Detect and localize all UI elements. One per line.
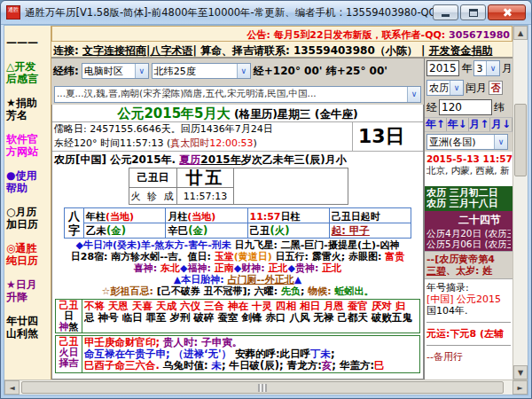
year-down-button[interactable]: 年↓ [447, 118, 469, 131]
bazi-year-column: 年柱(当地) 乙未(金) [84, 208, 166, 238]
fetal-god-line: ▲本日胎神: 占门厕--外正北▲ [52, 274, 423, 286]
leap-month-label: 闰月 [466, 81, 487, 96]
close-button[interactable] [488, 4, 526, 20]
lunar-year-line: 农历[中国] 公元2015年. 夏历2015年岁次乙未年三(辰)月小 [52, 152, 423, 167]
day-ganzhi: 己丑日 [129, 168, 177, 188]
year-label: 年 [461, 61, 472, 76]
vertical-scrollbar[interactable]: ▲ ▼ [512, 26, 528, 379]
scroll-down-icon[interactable]: ▼ [513, 365, 528, 379]
solar-term-line: 公历5月06日 (农历三 [426, 239, 511, 249]
sidebar-item-dev-notes[interactable]: △开发 后感言 [6, 60, 51, 85]
taisui-line: 三碧、太岁: 姓 [426, 265, 511, 277]
bazi-hour-column: 己丑日起时 起: 甲子 [330, 208, 411, 238]
bazi-month-column: 月柱(当地) 辛巳(金) [166, 208, 247, 238]
chong-sha-line: ◆牛日冲(癸未)羊-煞东方-害午-刑未 日九飞星: 二黑-巨门-摄提星(土)-凶… [52, 239, 423, 251]
era-select[interactable]: ...夏...汉,魏,晋,南朝(宋齐梁陈)隋唐,五代,宋元明清,民国,中国...… [54, 86, 421, 103]
scrollbar-grip-icon [258, 384, 267, 392]
gregorian-title-line: 公元2015年5月大 (格里历)星期三 (金牛座) [52, 105, 423, 121]
sidebar-item-official-site[interactable]: 软件官 方网站 [6, 133, 51, 158]
year-up-button[interactable]: 年↑ [425, 118, 447, 131]
star-mansion-line: 日28宿: 南方轸水蚓--吉。值日: 玉堂(黄道日) 日五行: 霹雷火; 赤眼图… [52, 251, 423, 262]
links-bar[interactable]: 连接: 文字连接招商|八字术语| 算命、择吉请联系: 13559403980（小… [51, 42, 512, 59]
minimize-icon [442, 14, 450, 17]
maximize-button[interactable] [460, 4, 486, 20]
sidebar-item-24-mountains[interactable]: 年廿四 山利煞 [6, 315, 51, 340]
huangdi-era-line: --[农历黄帝第4 [426, 254, 511, 265]
shensha-label: 己丑 日 神煞 [56, 300, 82, 332]
timezone-select[interactable]: 电脑时区 ∨ [82, 63, 149, 79]
longitude-label: 经 [426, 100, 437, 115]
window-content: ——— △开发 后感言 ★捐助 芳名 软件官 方网站 ●使用 帮助 ○月历 加日… [4, 25, 528, 395]
calendar-main-panel: 公元2015年5月大 (格里历)星期三 (金牛座) 儒略日: 2457155.6… [51, 105, 424, 379]
sidebar-item-donors[interactable]: ★捐助 芳名 [6, 97, 51, 121]
coordinates-toolbar: 经纬: 电脑时区 ∨ 北纬25度 ∨ 经+120° 00' 纬+25° 00' [51, 59, 424, 83]
longitude-input[interactable] [439, 99, 492, 115]
lunar-day-number: 廿五 [177, 168, 234, 188]
solar-term-line: 公历4月20日 (农历三 [426, 228, 511, 239]
era-extract-country-line: [中国] 公元2015 [426, 293, 511, 305]
chevron-down-icon: ∨ [494, 135, 507, 149]
shensha-table: 己丑 日 神煞 不将 天恩 天喜 天成 六仪 三合 神在 十灵 四相 相日 月恩… [55, 299, 420, 333]
day-info-table: 己丑日 廿五 火 轸 成 11:57:13 [129, 168, 348, 205]
pengzu-taboo-line: ☆彭祖百忌: [己不破券 丑不冠带]; 六曜: 先负; 物候: 蚯蚓出。 [52, 286, 423, 297]
era-extract-block: 年号摘录: [中国] 公元2015 国104年. 元运:下元8 (左辅 --备用… [425, 279, 512, 379]
true-solar-time-line: 东经120° 时间11:57:13 (真太阳时12:00:53) [54, 137, 352, 151]
month-up-button[interactable]: 月↑ [469, 118, 491, 131]
leap-month-value[interactable]: 否 [489, 81, 503, 95]
window-controls [433, 4, 526, 20]
sidebar-item-dashes[interactable]: ——— [6, 36, 51, 49]
horizontal-scrollbar[interactable]: ◄ ► [4, 379, 528, 395]
bazi-table: 八 字 年柱(当地) 乙未(金) 月柱(当地) 辛巳(金) [64, 207, 411, 239]
chevron-down-icon: ∨ [450, 81, 463, 95]
zeji-line-2: 命互禄在午贵子申; （进禄‘无'） 安葬的呼:此日呼丁未; [84, 348, 418, 360]
sidebar-item-tungshing-calendar[interactable]: ◎通胜 纯日历 [6, 242, 51, 267]
minimize-button[interactable] [433, 4, 458, 20]
latitude-select[interactable]: 北纬25度 ∨ [152, 63, 251, 79]
chevron-down-icon: ∨ [407, 87, 420, 102]
spare-line: --备用行 [426, 351, 511, 363]
sidebar-item-month-calendar[interactable]: ○月历 加日历 [6, 206, 51, 231]
app-icon[interactable]: 通胜 [6, 5, 20, 20]
window-title: 通胜万年历[V1.58版-简体]-前4800年至10000年-常更新、编者手机 … [25, 6, 433, 20]
announcement-bar: 公告: 每月5到22日发布新版，联系作者-QQ: 305671980 [51, 26, 512, 42]
day-time: 11:57:13 [177, 188, 234, 204]
right-sidebar: 年 3 ∨ 月 农历 ∨ [424, 59, 512, 379]
era-extract-title: 年号摘录: [426, 282, 511, 293]
divider [426, 322, 511, 323]
left-sidebar: ——— △开发 后感言 ★捐助 芳名 软件官 方网站 ●使用 帮助 ○月历 加日… [4, 26, 51, 379]
region-list: 北京, 内蒙, 西藏, 新 [425, 164, 512, 176]
solar-terms-title: 二十四节 [426, 213, 511, 228]
maximize-icon [469, 9, 478, 17]
date-nav-buttons: 年↑ 年↓ 月↑ 月↓ [425, 117, 512, 132]
zeji-table: 己丑 火日 择吉 甲壬庚命财官印; 贵人时: 子申寅。 命互禄在午贵子申; （进… [55, 335, 420, 373]
solar-terms-block: 二十四节 公历4月20日 (农历三 公历5月06日 (农历三 [425, 211, 512, 251]
calendar-type-select[interactable]: 农历 ∨ [426, 80, 464, 96]
era-toolbar: ...夏...汉,魏,晋,南朝(宋齐梁陈)隋唐,五代,宋元明清,民国,中国...… [51, 83, 424, 105]
scroll-left-icon[interactable]: ◄ [4, 380, 20, 395]
month-label: 月 [502, 61, 512, 76]
vertical-scroll-thumb[interactable] [514, 104, 527, 176]
sidebar-item-help[interactable]: ●使用 帮助 [6, 169, 51, 194]
chevron-down-icon: ∨ [135, 64, 148, 78]
title-bar: 通胜 通胜万年历[V1.58版-简体]-前4800年至10000年-常更新、编者… [1, 1, 531, 25]
day-wuxing: 火 轸 成 [129, 188, 177, 204]
divider [426, 345, 511, 346]
zeji-line-3: 巳酉子命三六合. 乌兔时值: 未; 牛日破(辰); 青龙方:亥; 华盖方:巳 [84, 360, 418, 372]
era-info-block: --[农历黄帝第4 三碧、太岁: 姓 [425, 251, 512, 279]
vertical-scroll-track[interactable] [513, 40, 528, 365]
zeji-line-1: 甲壬庚命财官印; 贵人时: 子申寅。 [84, 337, 418, 348]
coordinates-text: 经+120° 00' 纬+25° 00' [254, 64, 387, 79]
horizontal-scroll-thumb[interactable] [21, 381, 504, 394]
year-input[interactable] [426, 60, 459, 76]
month-down-button[interactable]: 月↓ [490, 118, 512, 131]
scroll-up-icon[interactable]: ▲ [513, 26, 528, 40]
era-extract-year-line: 国104年. [426, 305, 511, 317]
region-select[interactable]: 亚洲(各国) ∨ [426, 134, 508, 150]
sidebar-item-sun-moon[interactable]: ★日月 升降 [6, 278, 51, 303]
latitude-label: 纬 [494, 100, 505, 115]
scroll-right-icon[interactable]: ► [512, 380, 528, 395]
lunar-festival-line: 农历 三月初二日 [426, 188, 511, 199]
month-select[interactable]: 3 ∨ [473, 60, 500, 76]
horizontal-scroll-track[interactable] [20, 380, 512, 395]
lunar-festival-line: 农历 三月十八日 [426, 199, 511, 209]
